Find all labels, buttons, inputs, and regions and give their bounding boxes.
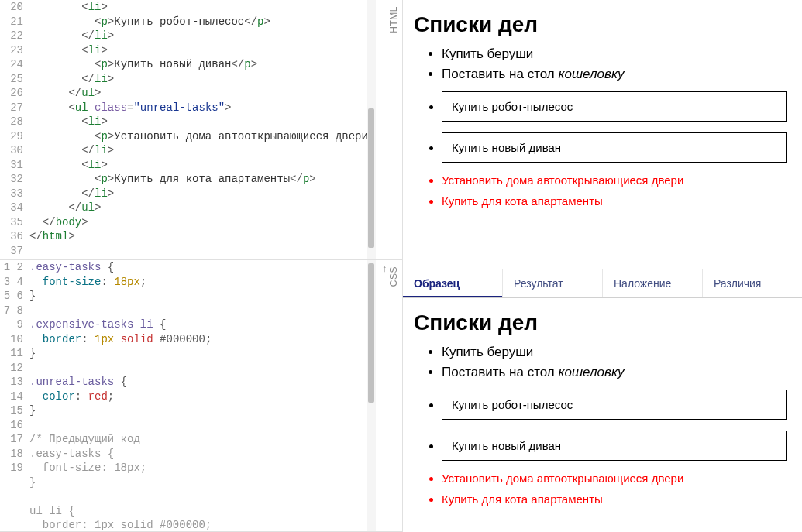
list-item: Поставить на стол кошеловку [442,365,787,380]
list-item: Купить беруши [442,46,787,62]
html-editor-label: HTML [388,6,399,33]
preview-column: Списки делКупить берушиПоставить на стол… [403,0,802,532]
css-gutter: 1 2 3 4 5 6 7 8 9 10 11 12 13 14 15 16 1… [0,260,29,531]
list-item: Купить робот-пылесос [442,91,787,122]
expensive-tasks-list: Купить робот-пылесосКупить новый диван [414,91,787,163]
preview-tab-bar: ОбразецРезультатНаложениеРазличия [403,269,802,298]
css-editor-label: CSS [388,266,399,287]
css-scrollbar-thumb[interactable] [368,263,374,403]
css-scrollbar[interactable] [367,260,376,531]
tab-0[interactable]: Образец [403,269,503,297]
easy-tasks-list: Купить берушиПоставить на стол кошеловку [414,46,787,82]
list-item: Купить для кота апартаменты [442,493,787,506]
tab-1[interactable]: Результат [503,269,603,297]
html-scrollbar[interactable] [367,0,376,259]
render-bottom: Списки делКупить берушиПоставить на стол… [414,311,787,506]
editors-column: 20 21 22 23 24 25 26 27 28 29 30 31 32 3… [0,0,403,532]
tab-3[interactable]: Различия [703,269,802,297]
render-top: Списки делКупить берушиПоставить на стол… [414,12,787,208]
tab-2[interactable]: Наложение [603,269,703,297]
list-item: Поставить на стол кошеловку [442,67,787,82]
page-title: Списки дел [414,311,787,335]
html-code-lines[interactable]: <li> <p>Купить робот-пылесос</p> </li> <… [29,0,370,258]
css-editor[interactable]: 1 2 3 4 5 6 7 8 9 10 11 12 13 14 15 16 1… [0,260,370,531]
html-editor-pane: 20 21 22 23 24 25 26 27 28 29 30 31 32 3… [0,0,402,260]
list-item: Купить новый диван [442,132,787,163]
list-item: Установить дома автооткрывающиеся двери [442,472,787,485]
unreal-tasks-list: Установить дома автооткрывающиеся двериК… [414,173,787,208]
unreal-tasks-list: Установить дома автооткрывающиеся двериК… [414,472,787,506]
expensive-tasks-list: Купить робот-пылесосКупить новый диван [414,390,787,461]
result-preview: Списки делКупить берушиПоставить на стол… [403,0,802,269]
list-item: Купить робот-пылесос [442,390,787,420]
html-gutter: 20 21 22 23 24 25 26 27 28 29 30 31 32 3… [0,0,29,258]
list-item: Купить для кота апартаменты [442,194,787,208]
html-scrollbar-thumb[interactable] [368,108,374,248]
reference-preview: Списки делКупить берушиПоставить на стол… [403,298,802,532]
css-editor-pane: 1 2 3 4 5 6 7 8 9 10 11 12 13 14 15 16 1… [0,260,402,532]
css-code-lines[interactable]: .easy-tasks { font-size: 18px; } .expens… [29,260,212,531]
scroll-up-icon[interactable]: ↑ [382,263,387,274]
list-item: Купить новый диван [442,431,787,461]
list-item: Установить дома автооткрывающиеся двери [442,173,787,187]
page-title: Списки дел [414,12,787,37]
easy-tasks-list: Купить берушиПоставить на стол кошеловку [414,345,787,380]
html-editor[interactable]: 20 21 22 23 24 25 26 27 28 29 30 31 32 3… [0,0,370,259]
list-item: Купить беруши [442,345,787,360]
